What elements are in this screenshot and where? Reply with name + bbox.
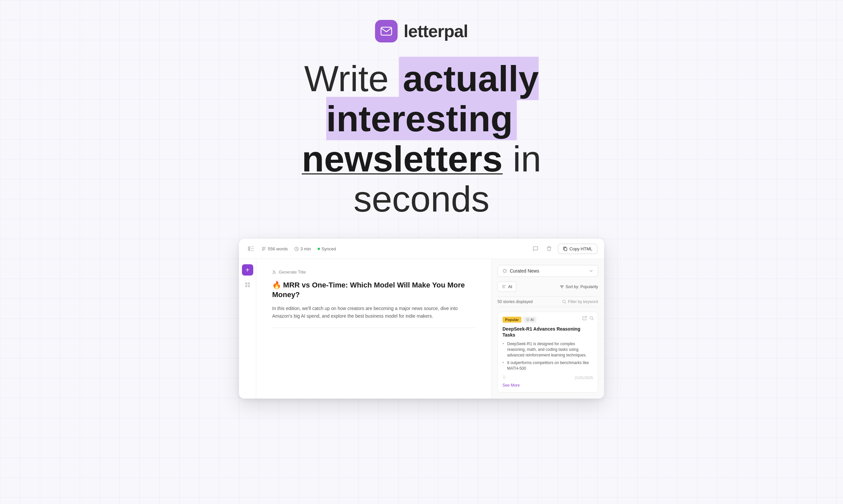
story-bullet-1: DeepSeek-R1 is designed for complex reas… <box>502 341 593 358</box>
delete-button[interactable] <box>544 244 555 254</box>
sort-button[interactable]: Sort by: Popularity <box>560 285 598 289</box>
words-count: 556 words <box>261 246 288 251</box>
headline-line2: newsletters in seconds <box>239 139 604 219</box>
svg-rect-16 <box>248 285 250 287</box>
ai-label: AI <box>508 284 512 289</box>
editor-divider <box>272 328 475 328</box>
toolbar-left: 556 words 3 min Synced <box>246 244 525 254</box>
copy-icon <box>563 246 568 251</box>
external-link-button[interactable] <box>583 316 587 321</box>
toolbar-actions: Copy HTML <box>530 244 597 254</box>
main-content: + Generate Title <box>239 259 604 399</box>
words-label: 556 words <box>268 246 288 251</box>
svg-rect-17 <box>502 285 506 286</box>
see-more-button[interactable]: See More <box>502 383 520 388</box>
chevron-down-icon <box>589 269 593 273</box>
headline-write: Write <box>304 58 399 99</box>
ai-tag: AI <box>523 317 536 323</box>
svg-rect-1 <box>248 246 250 251</box>
article-title: 🔥 MRR vs One-Time: Which Model Will Make… <box>272 281 475 300</box>
sort-icon <box>560 285 564 289</box>
svg-rect-2 <box>251 246 254 247</box>
svg-rect-15 <box>245 285 247 287</box>
hero-headline: Write actually interesting newsletters i… <box>239 58 604 219</box>
toolbar-meta: 556 words 3 min Synced <box>261 246 336 251</box>
svg-rect-13 <box>245 283 247 285</box>
wand-icon <box>272 270 277 274</box>
svg-rect-4 <box>251 250 254 251</box>
svg-rect-19 <box>502 287 505 288</box>
svg-rect-0 <box>381 27 392 35</box>
toolbar: 556 words 3 min Synced <box>239 239 604 259</box>
story-bullets: DeepSeek-R1 is designed for complex reas… <box>502 341 593 371</box>
svg-rect-18 <box>502 287 505 287</box>
add-icon: + <box>246 266 250 274</box>
read-time: 3 min <box>294 246 311 251</box>
logo-text: letterpal <box>403 21 468 41</box>
curated-news-label: Curated News <box>510 268 539 273</box>
svg-line-11 <box>296 249 297 249</box>
grid-icon-button[interactable] <box>242 280 253 290</box>
panel-controls: AI Sort by: Popularity <box>498 282 598 292</box>
story-card: Popular AI <box>498 312 598 393</box>
generate-title-button[interactable]: Generate Title <box>272 270 306 274</box>
svg-rect-8 <box>262 250 264 251</box>
stories-header: 50 stories displayed Filter by keyword <box>498 296 598 307</box>
svg-line-23 <box>592 319 594 320</box>
search-story-icon <box>589 316 594 320</box>
curated-left: Curated News <box>502 268 539 273</box>
logo-icon <box>375 20 398 42</box>
synced-label: Synced <box>322 246 336 251</box>
headline-newsletters: newsletters <box>302 138 502 179</box>
app-screenshot: 556 words 3 min Synced <box>239 239 604 399</box>
svg-rect-3 <box>251 248 254 249</box>
add-button[interactable]: + <box>242 264 253 275</box>
sort-label: Sort by: Popularity <box>566 285 598 289</box>
svg-rect-14 <box>248 283 250 285</box>
comment-button[interactable] <box>530 244 541 254</box>
external-link-icon <box>583 316 587 320</box>
curated-news-button[interactable]: Curated News <box>498 265 598 277</box>
left-sidebar: + <box>239 259 256 399</box>
menu-icon <box>502 285 506 289</box>
read-time-label: 3 min <box>300 246 311 251</box>
story-date: 21/01/2025 <box>575 376 593 380</box>
story-bullet-2: It outperforms competitors on benchmarks… <box>502 360 593 371</box>
sparkle-icon <box>502 269 507 273</box>
ai-sparkle-icon <box>526 318 529 321</box>
synced-dot <box>317 248 320 250</box>
story-card-actions <box>583 316 594 321</box>
svg-rect-12 <box>564 248 567 251</box>
story-footer: ⠿ 21/01/2025 <box>502 375 593 380</box>
story-tags: Popular AI <box>502 317 593 323</box>
svg-rect-5 <box>262 247 266 248</box>
ai-tag-label: AI <box>530 318 534 322</box>
clock-icon <box>294 247 299 251</box>
logo-area: letterpal <box>375 20 468 42</box>
copy-html-button[interactable]: Copy HTML <box>558 244 597 254</box>
synced-status: Synced <box>317 246 336 251</box>
stories-count: 50 stories displayed <box>498 300 533 304</box>
comment-icon <box>533 246 538 251</box>
svg-rect-7 <box>262 249 265 250</box>
search-story-button[interactable] <box>589 316 594 321</box>
generate-title-label: Generate Title <box>279 270 306 274</box>
drag-handle-icon[interactable]: ⠿ <box>502 375 506 380</box>
svg-rect-6 <box>262 248 265 249</box>
copy-html-label: Copy HTML <box>569 246 592 251</box>
delete-icon <box>547 246 552 251</box>
svg-line-21 <box>565 302 566 303</box>
popular-tag: Popular <box>502 317 521 323</box>
sidebar-toggle-button[interactable] <box>246 244 256 254</box>
article-body: In this edition, we'll catch up on how c… <box>272 305 475 320</box>
words-icon <box>261 246 266 251</box>
headline-line1: Write actually interesting <box>239 58 604 139</box>
grid-icon <box>245 282 250 287</box>
ai-button[interactable]: AI <box>498 282 516 292</box>
filter-label: Filter by keyword <box>568 300 598 304</box>
filter-area: Filter by keyword <box>562 300 598 304</box>
story-title: DeepSeek-R1 Advances Reasoning Tasks <box>502 326 593 338</box>
search-icon <box>562 300 566 304</box>
right-panel: Curated News AI <box>491 259 604 399</box>
editor-area: Generate Title 🔥 MRR vs One-Time: Which … <box>256 259 491 399</box>
